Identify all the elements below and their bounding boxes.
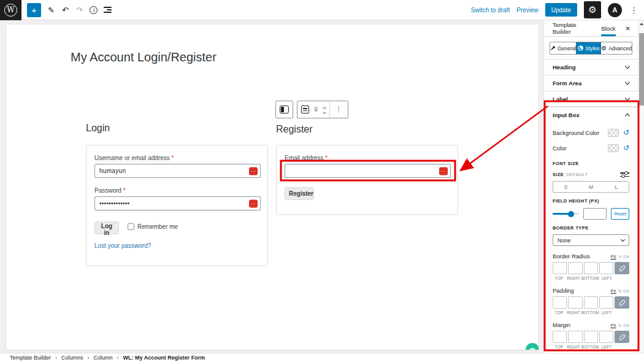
topbar-actions: Switch to draft Preview Update ⚙ A ⋮ xyxy=(471,1,644,18)
unit-px[interactable]: PX xyxy=(611,323,616,328)
accordion-input-box[interactable]: Input Box xyxy=(544,107,638,123)
select-column-button[interactable] xyxy=(275,101,293,118)
border-type-select[interactable]: None xyxy=(553,234,629,246)
settings-sidebar: Template Builder Block ✕ General Styles … xyxy=(543,20,638,353)
link-values-button[interactable] xyxy=(615,331,629,343)
size-option-s[interactable]: S xyxy=(553,182,578,192)
preview-link[interactable]: Preview xyxy=(516,7,539,13)
field-height-slider[interactable] xyxy=(553,213,579,215)
block-mover-buttons[interactable] xyxy=(320,101,329,118)
move-down-icon xyxy=(323,110,326,114)
unit-percent[interactable]: % xyxy=(618,255,621,259)
block-inserter-button[interactable]: + xyxy=(27,3,41,17)
password-manager-icon[interactable]: ... xyxy=(439,167,448,175)
tab-advanced[interactable]: ⚙ Advanced xyxy=(601,42,632,54)
reset-color-icon[interactable]: ↺ xyxy=(623,144,629,152)
field-height-input[interactable] xyxy=(583,208,607,220)
wrench-icon xyxy=(550,45,556,51)
details-info-icon[interactable]: i xyxy=(87,3,100,17)
unit-em[interactable]: EM xyxy=(623,323,629,328)
plugin-badge-icon[interactable]: A xyxy=(608,3,622,17)
text-color-swatch[interactable] xyxy=(608,144,619,152)
unit-em[interactable]: EM xyxy=(623,289,629,293)
editor-canvas: My Account Login/Register ⠿ ⋮ xyxy=(0,20,543,353)
register-button[interactable]: Register xyxy=(285,187,314,200)
password-manager-icon[interactable]: ... xyxy=(249,167,258,175)
remember-me-checkbox[interactable] xyxy=(128,223,134,230)
border-radius-top-input[interactable] xyxy=(553,262,567,274)
custom-size-sliders-icon[interactable] xyxy=(620,172,629,177)
block-options-icon[interactable]: ⋮ xyxy=(330,101,348,118)
field-height-reset-button[interactable]: Reset xyxy=(611,208,629,220)
wordpress-logo-icon[interactable]: W xyxy=(0,0,21,20)
lost-password-link[interactable]: Lost your password? xyxy=(94,242,151,249)
padding-top-input[interactable] xyxy=(553,296,567,309)
background-color-swatch[interactable] xyxy=(608,129,619,137)
tab-styles[interactable]: Styles xyxy=(576,42,601,54)
edit-pencil-icon[interactable]: ✎ xyxy=(45,3,58,17)
border-type-label: BORDER TYPE xyxy=(553,225,629,231)
gear-icon: ⚙ xyxy=(601,45,607,52)
border-radius-left-input[interactable] xyxy=(599,262,613,274)
unit-px[interactable]: PX xyxy=(611,255,616,259)
floating-widget-button[interactable] xyxy=(526,343,539,350)
chevron-up-icon xyxy=(625,114,630,118)
unit-em[interactable]: EM xyxy=(623,255,629,259)
undo-icon[interactable]: ↶ xyxy=(59,3,72,17)
breadcrumb-template-builder[interactable]: Template Builder xyxy=(10,355,51,361)
border-radius-bottom-input[interactable] xyxy=(584,262,598,274)
update-button[interactable]: Update xyxy=(545,3,577,17)
unit-px[interactable]: PX xyxy=(611,289,616,293)
list-view-icon[interactable] xyxy=(101,3,114,17)
login-form-card: Username or email address * ... Password… xyxy=(86,145,268,266)
more-options-icon[interactable]: ⋮ xyxy=(629,6,639,15)
reset-color-icon[interactable]: ↺ xyxy=(623,129,629,136)
slider-thumb[interactable] xyxy=(568,211,574,217)
username-label: Username or email address * xyxy=(94,155,174,161)
tab-general[interactable]: General xyxy=(550,42,576,54)
padding-left-input[interactable] xyxy=(599,296,613,309)
link-values-button[interactable] xyxy=(615,262,629,274)
chevron-down-icon xyxy=(625,80,630,85)
background-color-label: Background Color xyxy=(553,129,599,136)
link-values-button[interactable] xyxy=(615,296,629,309)
margin-section: Margin PX % EM TO xyxy=(553,322,629,349)
accordion-label[interactable]: Label xyxy=(544,91,638,107)
unit-percent[interactable]: % xyxy=(618,289,621,293)
login-heading: Login xyxy=(86,123,110,134)
scrollbar-thumb[interactable] xyxy=(639,33,644,106)
drag-handle-icon[interactable]: ⠿ xyxy=(313,101,320,118)
margin-right-input[interactable] xyxy=(568,331,582,343)
log-in-button[interactable]: Log in xyxy=(94,221,119,234)
border-radius-right-input[interactable] xyxy=(568,262,582,274)
tab-block[interactable]: Block xyxy=(601,20,615,36)
sidebar-scrollbar[interactable] xyxy=(638,20,644,353)
padding-right-input[interactable] xyxy=(568,296,582,309)
password-manager-icon[interactable]: ... xyxy=(249,199,258,207)
form-block-icon[interactable] xyxy=(297,101,313,118)
padding-bottom-input[interactable] xyxy=(584,296,598,309)
breadcrumb-columns[interactable]: Columns xyxy=(61,355,83,361)
size-option-l[interactable]: L xyxy=(604,182,629,192)
username-input[interactable] xyxy=(94,164,261,178)
page-sheet: My Account Login/Register ⠿ ⋮ xyxy=(6,25,539,350)
wordpress-block-editor: W + ✎ ↶ ↷ i Switch to draft Preview Upda… xyxy=(0,0,644,362)
accordion-form-area[interactable]: Form Area xyxy=(544,75,638,91)
breadcrumb-column[interactable]: Column xyxy=(94,355,113,361)
settings-gear-icon[interactable]: ⚙ xyxy=(584,1,601,18)
accordion-heading[interactable]: Heading xyxy=(544,59,638,75)
password-input[interactable] xyxy=(94,196,261,210)
move-up-icon xyxy=(323,107,326,110)
switch-to-draft-link[interactable]: Switch to draft xyxy=(471,7,510,13)
redo-icon[interactable]: ↷ xyxy=(73,3,86,17)
close-sidebar-icon[interactable]: ✕ xyxy=(626,25,631,32)
margin-bottom-input[interactable] xyxy=(584,331,598,343)
margin-left-input[interactable] xyxy=(599,331,613,343)
margin-top-input[interactable] xyxy=(553,331,567,343)
size-option-m[interactable]: M xyxy=(578,182,604,192)
tab-template-builder[interactable]: Template Builder xyxy=(553,20,591,36)
scroll-up-icon[interactable] xyxy=(640,23,643,25)
link-icon xyxy=(618,299,625,306)
unit-percent[interactable]: % xyxy=(618,323,621,328)
email-input[interactable] xyxy=(285,164,451,178)
